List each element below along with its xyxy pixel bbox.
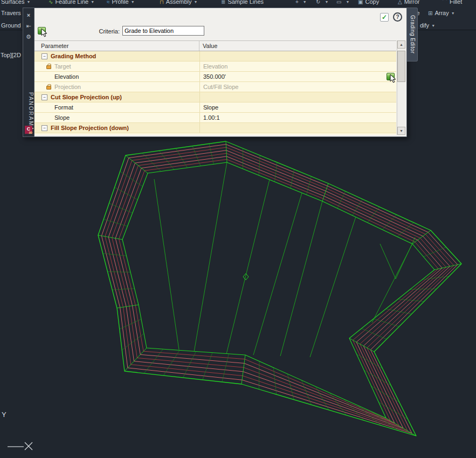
- row-slope[interactable]: Slope1.00:1: [35, 113, 396, 123]
- toolbar-button-surfaces[interactable]: Surfaces▼: [1, 0, 30, 5]
- trim-icon: ▭: [336, 0, 341, 5]
- chevron-down-icon: ▼: [26, 0, 30, 4]
- chevron-down-icon: ▼: [451, 11, 455, 15]
- slope-tick-lines[interactable]: [103, 143, 449, 430]
- toolbar-button-sample-lines[interactable]: ≣Sample Lines: [221, 0, 264, 5]
- copy-icon: ▣: [358, 0, 363, 5]
- row-projection[interactable]: ProjectionCut/Fill Slope: [35, 82, 396, 92]
- mirror-icon: △: [398, 0, 402, 5]
- help-button[interactable]: ?: [393, 12, 402, 22]
- tab-grading-editor[interactable]: Grading Editor: [407, 8, 418, 61]
- row-format[interactable]: FormatSlope: [35, 102, 396, 113]
- toolbar-label-copy: Copy: [365, 0, 379, 5]
- interior-lines[interactable]: [154, 162, 415, 357]
- panorama-window: × ⇤ ⚙ PANORAMA C3D ✓ ? Criteria: Paramet…: [23, 8, 407, 137]
- toolbar-label-sample-lines: Sample Lines: [227, 0, 264, 5]
- scroll-thumb[interactable]: [397, 51, 405, 82]
- value-text[interactable]: Slope: [203, 104, 218, 111]
- ucs-y-label: Y: [2, 411, 6, 419]
- row-elevation[interactable]: Elevation350.000': [35, 72, 396, 82]
- value-text[interactable]: 350.000': [203, 73, 226, 80]
- chevron-down-icon: ▼: [431, 24, 435, 28]
- toolbar-button-move[interactable]: +▼: [295, 0, 307, 5]
- toolbar-button-rotate[interactable]: ↻▼: [316, 0, 328, 5]
- param-label: Format: [54, 104, 73, 111]
- toolbar-label-surfaces: Surfaces: [1, 0, 24, 5]
- ucs-icon: [8, 442, 32, 450]
- cursor-arrow-icon: [41, 29, 47, 38]
- toolbar-label-mirror: Mirror: [404, 0, 420, 5]
- collapse-icon[interactable]: −: [42, 53, 47, 59]
- chevron-down-icon: ▼: [194, 0, 198, 4]
- feature-line-icon: ∿: [49, 0, 53, 5]
- scroll-up-icon[interactable]: ▲: [397, 40, 405, 49]
- toolbar-button-feature-line[interactable]: ∿Feature Line▼: [49, 0, 94, 5]
- column-header-parameter[interactable]: Parameter: [35, 41, 199, 51]
- column-header-value[interactable]: Value: [199, 41, 396, 51]
- collapse-icon[interactable]: −: [42, 125, 47, 131]
- toolbar-label-assembly: Assembly: [166, 0, 192, 5]
- rotate-icon: ↻: [316, 0, 320, 5]
- toolbar-label-feature-line: Feature Line: [55, 0, 88, 5]
- row-cut-slope-projection-up[interactable]: −Cut Slope Projection (up): [35, 92, 396, 102]
- toolbar-button-copy[interactable]: ▣Copy: [358, 0, 379, 5]
- cursor-arrow-icon: [390, 74, 396, 84]
- toolbar-label-array: Array: [434, 10, 449, 16]
- move-icon: +: [295, 0, 299, 5]
- chevron-down-icon: ▼: [303, 0, 307, 4]
- grading-slope-band[interactable]: [101, 145, 457, 434]
- lock-icon: [46, 65, 51, 69]
- value-text: Cut/Fill Slope: [203, 84, 238, 90]
- toolbar-label-modify-partial: dify: [420, 22, 429, 29]
- param-label: Target: [54, 63, 71, 70]
- row-target[interactable]: TargetElevation: [35, 61, 396, 72]
- row-grading-method[interactable]: −Grading Method: [35, 51, 396, 61]
- toolbar-button-traverse-partial[interactable]: Travers: [1, 10, 21, 16]
- scroll-down-icon[interactable]: ▼: [397, 127, 405, 135]
- grid-header: Parameter Value: [35, 40, 396, 51]
- chevron-down-icon: ▼: [131, 0, 135, 4]
- fillet-icon: ⌒: [442, 0, 447, 5]
- toolbar-button-array[interactable]: ⊞Array▼: [428, 10, 455, 17]
- chevron-down-icon: ▼: [325, 0, 328, 4]
- close-icon[interactable]: ×: [23, 11, 34, 19]
- chevron-down-icon: ▼: [346, 0, 349, 4]
- criteria-input[interactable]: [122, 26, 204, 36]
- apply-check-button[interactable]: ✓: [380, 13, 389, 22]
- toolbar-button-fillet[interactable]: ⌒Fillet: [442, 0, 462, 5]
- param-label: Projection: [54, 84, 81, 90]
- toolbar-button-mirror[interactable]: △Mirror: [398, 0, 419, 5]
- param-label: Cut Slope Projection (up): [51, 94, 122, 100]
- profile-icon: ≈: [107, 0, 110, 5]
- toolbar-button-ground-partial[interactable]: Ground: [1, 22, 21, 29]
- array-icon: ⊞: [428, 10, 432, 16]
- collapse-icon[interactable]: −: [42, 94, 47, 100]
- row-fill-slope-projection-down[interactable]: −Fill Slope Projection (down): [35, 123, 396, 133]
- toolbar-label-profile: Profile: [112, 0, 129, 5]
- assembly-icon: ⊓: [160, 0, 164, 5]
- toolbar-button-profile[interactable]: ≈Profile▼: [107, 0, 135, 5]
- toolbar-label-fillet: Fillet: [450, 0, 462, 5]
- sample-lines-icon: ≣: [221, 0, 225, 5]
- viewport-label[interactable]: Top][2D: [1, 52, 21, 58]
- param-label: Slope: [54, 114, 70, 121]
- lock-icon: [46, 86, 51, 90]
- param-label: Fill Slope Projection (down): [51, 125, 129, 131]
- toolbar-label-traverse-partial: Travers: [1, 10, 21, 16]
- chevron-down-icon: ▼: [91, 0, 94, 4]
- param-label: Elevation: [54, 73, 79, 80]
- settings-gear-icon[interactable]: ⚙: [23, 33, 34, 40]
- param-label: Grading Method: [51, 53, 96, 59]
- toolbar-button-modify-partial[interactable]: dify▼: [420, 22, 435, 29]
- logo-sub: 3D: [29, 132, 32, 134]
- value-text[interactable]: 1.00:1: [203, 114, 220, 121]
- toolbar-button-assembly[interactable]: ⊓Assembly▼: [160, 0, 197, 5]
- scrollbar[interactable]: ▲ ▼: [397, 40, 405, 135]
- autohide-pin-icon[interactable]: ⇤: [23, 22, 34, 30]
- elevation-pick-button[interactable]: [387, 73, 395, 80]
- toolbar-button-trim[interactable]: ▭▼: [336, 0, 349, 5]
- value-text: Elevation: [203, 63, 227, 70]
- grading-editor-panel: ✓ ? Criteria: Parameter Value −Grading M…: [34, 8, 406, 136]
- panorama-titlebar: × ⇤ ⚙ PANORAMA C3D: [23, 8, 34, 136]
- criteria-pick-button[interactable]: [38, 27, 46, 35]
